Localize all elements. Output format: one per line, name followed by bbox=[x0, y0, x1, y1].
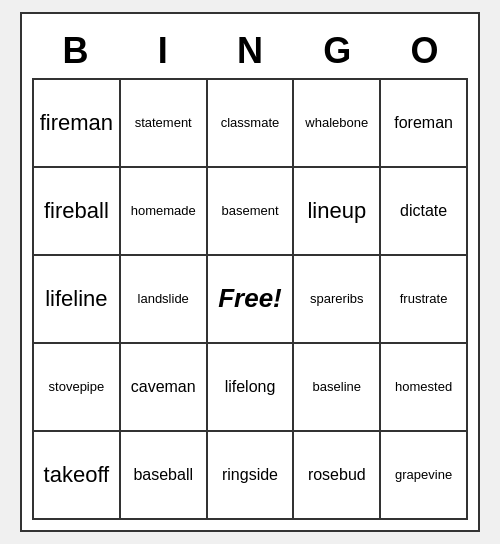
bingo-cell-r0-c0[interactable]: fireman bbox=[34, 80, 121, 168]
bingo-cell-r3-c0[interactable]: stovepipe bbox=[34, 344, 121, 432]
cell-text: fireman bbox=[40, 110, 113, 136]
header-letter: B bbox=[32, 24, 119, 78]
bingo-cell-r0-c4[interactable]: foreman bbox=[381, 80, 468, 168]
cell-text: caveman bbox=[131, 377, 196, 396]
cell-text: lifeline bbox=[45, 286, 107, 312]
bingo-cell-r3-c1[interactable]: caveman bbox=[121, 344, 208, 432]
cell-text: frustrate bbox=[400, 291, 448, 307]
bingo-cell-r4-c1[interactable]: baseball bbox=[121, 432, 208, 520]
cell-text: lifelong bbox=[225, 377, 276, 396]
bingo-cell-r1-c4[interactable]: dictate bbox=[381, 168, 468, 256]
bingo-cell-r2-c4[interactable]: frustrate bbox=[381, 256, 468, 344]
cell-text: baseline bbox=[313, 379, 361, 395]
cell-text: whalebone bbox=[305, 115, 368, 131]
bingo-cell-r4-c3[interactable]: rosebud bbox=[294, 432, 381, 520]
bingo-cell-r1-c3[interactable]: lineup bbox=[294, 168, 381, 256]
bingo-cell-r0-c2[interactable]: classmate bbox=[208, 80, 295, 168]
bingo-grid: firemanstatementclassmatewhaleboneforema… bbox=[32, 78, 468, 520]
bingo-cell-r2-c0[interactable]: lifeline bbox=[34, 256, 121, 344]
bingo-cell-r3-c2[interactable]: lifelong bbox=[208, 344, 295, 432]
bingo-card: BINGO firemanstatementclassmatewhalebone… bbox=[20, 12, 480, 532]
header-letter: I bbox=[119, 24, 206, 78]
cell-text: dictate bbox=[400, 201, 447, 220]
cell-text: basement bbox=[221, 203, 278, 219]
cell-text: baseball bbox=[133, 465, 193, 484]
cell-text: Free! bbox=[218, 283, 282, 314]
cell-text: homemade bbox=[131, 203, 196, 219]
header-letter: G bbox=[294, 24, 381, 78]
bingo-cell-r4-c4[interactable]: grapevine bbox=[381, 432, 468, 520]
bingo-cell-r2-c2[interactable]: Free! bbox=[208, 256, 295, 344]
cell-text: homested bbox=[395, 379, 452, 395]
bingo-cell-r4-c2[interactable]: ringside bbox=[208, 432, 295, 520]
cell-text: spareribs bbox=[310, 291, 363, 307]
cell-text: lineup bbox=[307, 198, 366, 224]
bingo-cell-r2-c1[interactable]: landslide bbox=[121, 256, 208, 344]
bingo-cell-r1-c2[interactable]: basement bbox=[208, 168, 295, 256]
cell-text: statement bbox=[135, 115, 192, 131]
cell-text: stovepipe bbox=[49, 379, 105, 395]
bingo-cell-r3-c3[interactable]: baseline bbox=[294, 344, 381, 432]
bingo-cell-r4-c0[interactable]: takeoff bbox=[34, 432, 121, 520]
bingo-cell-r3-c4[interactable]: homested bbox=[381, 344, 468, 432]
cell-text: grapevine bbox=[395, 467, 452, 483]
cell-text: classmate bbox=[221, 115, 280, 131]
cell-text: landslide bbox=[138, 291, 189, 307]
cell-text: foreman bbox=[394, 113, 453, 132]
header-letter: O bbox=[381, 24, 468, 78]
bingo-cell-r0-c3[interactable]: whalebone bbox=[294, 80, 381, 168]
cell-text: ringside bbox=[222, 465, 278, 484]
header-letter: N bbox=[206, 24, 293, 78]
bingo-cell-r1-c0[interactable]: fireball bbox=[34, 168, 121, 256]
bingo-cell-r0-c1[interactable]: statement bbox=[121, 80, 208, 168]
cell-text: takeoff bbox=[44, 462, 110, 488]
bingo-header: BINGO bbox=[32, 24, 468, 78]
bingo-cell-r1-c1[interactable]: homemade bbox=[121, 168, 208, 256]
bingo-cell-r2-c3[interactable]: spareribs bbox=[294, 256, 381, 344]
cell-text: fireball bbox=[44, 198, 109, 224]
cell-text: rosebud bbox=[308, 465, 366, 484]
